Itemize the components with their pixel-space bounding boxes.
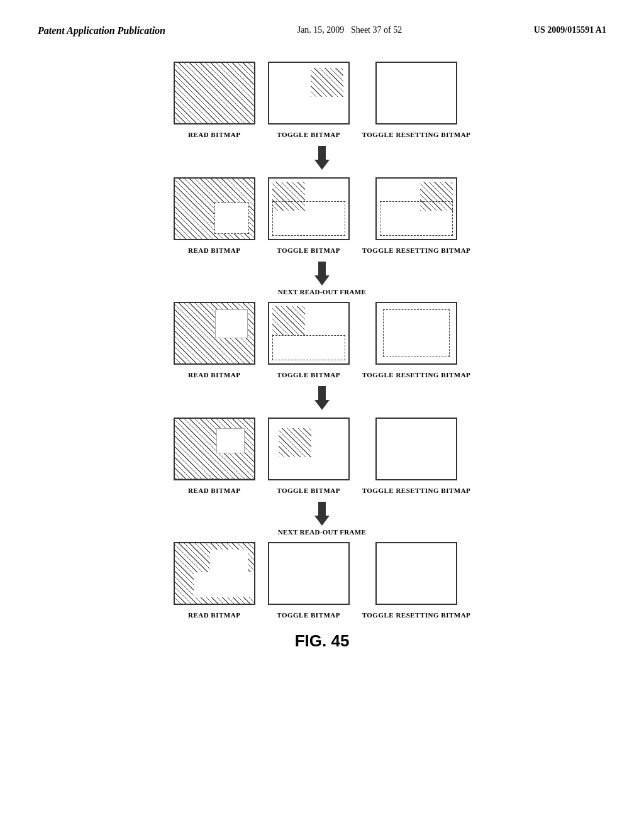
bitmap-r3-toggle: [268, 302, 350, 365]
label-r3-toggle: TOGGLE BITMAP: [277, 371, 340, 379]
cell-r3-read: READ BITMAP: [174, 302, 255, 379]
dashed-r3-toggle: [272, 335, 345, 360]
arrow-head-3: [314, 400, 330, 410]
arrow-3: [314, 385, 330, 411]
white-r3-read: [215, 309, 248, 338]
header: Patent Application Publication Jan. 15, …: [38, 25, 606, 36]
hatch-area: [311, 68, 343, 97]
label-r5-reset: TOGGLE RESETTING BITMAP: [362, 611, 471, 619]
figure-label: FIG. 45: [295, 631, 350, 651]
header-center: Jan. 15, 2009 Sheet 37 of 52: [297, 25, 402, 35]
label-r1-toggle: TOGGLE BITMAP: [277, 131, 340, 138]
white-r4-read: [216, 428, 245, 453]
cell-r1-read: READ BITMAP: [174, 62, 255, 138]
pub-date: Jan. 15, 2009: [297, 25, 345, 35]
cell-r3-reset: TOGGLE RESETTING BITMAP: [362, 302, 471, 379]
label-r3-read: READ BITMAP: [188, 371, 240, 379]
bitmap-r3-read: [174, 302, 255, 365]
dashed-r2-toggle: [272, 201, 345, 236]
arrow-shaft-1: [318, 146, 326, 160]
dashed-r2-reset: [380, 201, 453, 236]
sheet-info: Sheet 37 of 52: [351, 25, 402, 35]
cell-r3-toggle: TOGGLE BITMAP: [268, 302, 350, 379]
arrow-down-1: [314, 146, 330, 170]
bitmap-r4-read: [174, 418, 255, 480]
cell-r2-read: READ BITMAP: [174, 177, 255, 254]
bitmap-r2-toggle: [268, 177, 350, 240]
arrow-down-4: [314, 502, 330, 526]
label-r1-reset: TOGGLE RESETTING BITMAP: [362, 131, 471, 138]
arrow-shaft-3: [318, 386, 326, 400]
arrow-shaft-2: [318, 262, 326, 275]
arrow-2: NEXT READ-OUT FRAME: [278, 260, 366, 296]
arrow-down-2: [314, 262, 330, 285]
white-r5-read-br: [194, 572, 254, 597]
label-r2-reset: TOGGLE RESETTING BITMAP: [362, 246, 471, 254]
label-r4-toggle: TOGGLE BITMAP: [277, 487, 340, 494]
cell-r2-toggle: TOGGLE BITMAP: [268, 177, 350, 254]
arrow-4: NEXT READ-OUT FRAME: [278, 501, 366, 536]
bitmap-r5-toggle: [268, 542, 350, 605]
patent-number: US 2009/015591 A1: [534, 25, 606, 35]
bitmap-r1-read: [174, 62, 255, 124]
diagram-row-1: READ BITMAP TOGGLE BITMAP TOGGLE RESETTI…: [38, 62, 606, 138]
diagram-row-5: READ BITMAP TOGGLE BITMAP TOGGLE RESETTI…: [38, 542, 606, 619]
cell-r1-reset: TOGGLE RESETTING BITMAP: [362, 62, 471, 138]
page: Patent Application Publication Jan. 15, …: [0, 0, 644, 830]
diagram-row-2: READ BITMAP TOGGLE BITMAP TOGGLE RESETTI…: [38, 177, 606, 254]
bitmap-r4-toggle: [268, 418, 350, 480]
diagram-row-3: READ BITMAP TOGGLE BITMAP TOGGLE RESETTI…: [38, 302, 606, 379]
bitmap-r5-reset: [375, 542, 457, 605]
arrow-head-1: [314, 160, 330, 170]
diagram-row-4: READ BITMAP TOGGLE BITMAP TOGGLE RESETTI…: [38, 418, 606, 494]
label-r2-toggle: TOGGLE BITMAP: [277, 246, 340, 254]
hatch-full: [175, 63, 254, 123]
cell-r2-reset: TOGGLE RESETTING BITMAP: [362, 177, 471, 254]
arrow-head-2: [314, 275, 330, 285]
publication-title: Patent Application Publication: [38, 25, 165, 36]
dashed-bottom-r4: [175, 478, 254, 479]
label-r5-toggle: TOGGLE BITMAP: [277, 611, 340, 619]
hatch-r4-toggle: [279, 428, 311, 457]
arrow-1: [314, 145, 330, 171]
arrow-shaft-4: [318, 502, 326, 516]
label-r3-reset: TOGGLE RESETTING BITMAP: [362, 371, 471, 379]
cell-r1-toggle: TOGGLE BITMAP: [268, 62, 350, 138]
cell-r4-read: READ BITMAP: [174, 418, 255, 494]
bitmap-r1-toggle: [268, 62, 350, 124]
label-r4-reset: TOGGLE RESETTING BITMAP: [362, 487, 471, 494]
arrow-head-4: [314, 516, 330, 526]
cell-r4-toggle: TOGGLE BITMAP: [268, 418, 350, 494]
dashed-clear-r2-read: [214, 202, 249, 234]
arrow-down-3: [314, 386, 330, 410]
dashed-r3-reset: [383, 309, 450, 357]
bitmap-r2-read: [174, 177, 255, 240]
label-r4-read: READ BITMAP: [188, 487, 240, 494]
cell-r5-reset: TOGGLE RESETTING BITMAP: [362, 542, 471, 619]
bitmap-r3-reset: [375, 302, 457, 365]
bitmap-r4-reset: [375, 418, 457, 480]
main-content: READ BITMAP TOGGLE BITMAP TOGGLE RESETTI…: [38, 55, 606, 651]
bitmap-r1-reset: [375, 62, 457, 124]
cell-r4-reset: TOGGLE RESETTING BITMAP: [362, 418, 471, 494]
cell-r5-read: READ BITMAP: [174, 542, 255, 619]
next-frame-label-1: NEXT READ-OUT FRAME: [278, 288, 366, 296]
cell-r5-toggle: TOGGLE BITMAP: [268, 542, 350, 619]
bitmap-r5-read: [174, 542, 255, 605]
bitmap-r2-reset: [375, 177, 457, 240]
label-r5-read: READ BITMAP: [188, 611, 240, 619]
next-frame-label-2: NEXT READ-OUT FRAME: [278, 528, 366, 536]
label-r1-read: READ BITMAP: [188, 131, 240, 138]
hatch-r3-toggle: [272, 306, 305, 335]
label-r2-read: READ BITMAP: [188, 246, 240, 254]
